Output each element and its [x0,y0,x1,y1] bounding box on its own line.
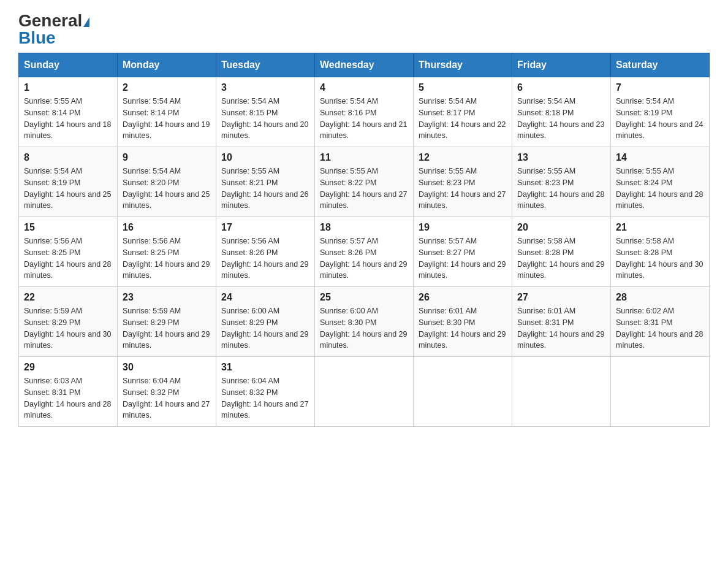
day-number: 16 [123,222,211,233]
calendar-cell: 1 Sunrise: 5:55 AMSunset: 8:14 PMDayligh… [19,77,118,147]
day-info: Sunrise: 5:55 AMSunset: 8:21 PMDaylight:… [221,167,308,210]
calendar-cell: 5 Sunrise: 5:54 AMSunset: 8:17 PMDayligh… [414,77,512,147]
day-number: 27 [517,292,605,303]
calendar-cell: 7 Sunrise: 5:54 AMSunset: 8:19 PMDayligh… [611,77,710,147]
day-number: 19 [419,222,507,233]
logo: General Blue [18,12,89,47]
day-info: Sunrise: 5:54 AMSunset: 8:15 PMDaylight:… [221,97,308,140]
day-number: 1 [24,82,112,93]
calendar-cell: 20 Sunrise: 5:58 AMSunset: 8:28 PMDaylig… [512,217,611,287]
day-number: 17 [221,222,309,233]
day-number: 29 [24,362,112,373]
weekday-header-monday: Monday [118,53,216,77]
day-info: Sunrise: 6:04 AMSunset: 8:32 PMDaylight:… [221,377,308,419]
weekday-header-saturday: Saturday [611,53,710,77]
calendar-cell: 21 Sunrise: 5:58 AMSunset: 8:28 PMDaylig… [611,217,710,287]
day-number: 20 [517,222,605,233]
weekday-header-sunday: Sunday [19,53,118,77]
weekday-header-thursday: Thursday [414,53,512,77]
day-info: Sunrise: 5:54 AMSunset: 8:19 PMDaylight:… [616,97,703,140]
day-number: 6 [517,82,605,93]
calendar-table: SundayMondayTuesdayWednesdayThursdayFrid… [18,53,710,427]
day-info: Sunrise: 6:01 AMSunset: 8:31 PMDaylight:… [517,307,604,350]
calendar-cell: 10 Sunrise: 5:55 AMSunset: 8:21 PMDaylig… [216,147,315,217]
calendar-week-row: 22 Sunrise: 5:59 AMSunset: 8:29 PMDaylig… [19,287,710,357]
day-info: Sunrise: 5:54 AMSunset: 8:19 PMDaylight:… [24,167,111,210]
calendar-cell: 31 Sunrise: 6:04 AMSunset: 8:32 PMDaylig… [216,357,315,427]
calendar-cell: 19 Sunrise: 5:57 AMSunset: 8:27 PMDaylig… [414,217,512,287]
day-info: Sunrise: 6:04 AMSunset: 8:32 PMDaylight:… [123,377,210,419]
day-info: Sunrise: 5:54 AMSunset: 8:18 PMDaylight:… [517,97,604,140]
day-number: 10 [221,152,309,163]
calendar-cell: 18 Sunrise: 5:57 AMSunset: 8:26 PMDaylig… [315,217,414,287]
day-number: 2 [123,82,211,93]
day-number: 31 [221,362,309,373]
day-info: Sunrise: 5:56 AMSunset: 8:25 PMDaylight:… [123,237,210,280]
calendar-cell: 11 Sunrise: 5:55 AMSunset: 8:22 PMDaylig… [315,147,414,217]
day-info: Sunrise: 6:02 AMSunset: 8:31 PMDaylight:… [616,307,703,350]
day-info: Sunrise: 5:59 AMSunset: 8:29 PMDaylight:… [24,307,111,350]
day-info: Sunrise: 5:54 AMSunset: 8:20 PMDaylight:… [123,167,210,210]
weekday-header-row: SundayMondayTuesdayWednesdayThursdayFrid… [19,53,710,77]
day-number: 3 [221,82,309,93]
calendar-week-row: 29 Sunrise: 6:03 AMSunset: 8:31 PMDaylig… [19,357,710,427]
calendar-cell: 13 Sunrise: 5:55 AMSunset: 8:23 PMDaylig… [512,147,611,217]
day-info: Sunrise: 5:56 AMSunset: 8:26 PMDaylight:… [221,237,308,280]
calendar-cell: 12 Sunrise: 5:55 AMSunset: 8:23 PMDaylig… [414,147,512,217]
day-info: Sunrise: 5:55 AMSunset: 8:23 PMDaylight:… [419,167,506,210]
calendar-cell [315,357,414,427]
day-info: Sunrise: 5:54 AMSunset: 8:14 PMDaylight:… [123,97,210,140]
weekday-header-wednesday: Wednesday [315,53,414,77]
day-info: Sunrise: 6:00 AMSunset: 8:29 PMDaylight:… [221,307,308,350]
calendar-cell: 16 Sunrise: 5:56 AMSunset: 8:25 PMDaylig… [118,217,216,287]
calendar-cell: 22 Sunrise: 5:59 AMSunset: 8:29 PMDaylig… [19,287,118,357]
day-number: 30 [123,362,211,373]
day-number: 8 [24,152,112,163]
calendar-cell: 15 Sunrise: 5:56 AMSunset: 8:25 PMDaylig… [19,217,118,287]
day-info: Sunrise: 5:55 AMSunset: 8:22 PMDaylight:… [320,167,407,210]
calendar-cell: 25 Sunrise: 6:00 AMSunset: 8:30 PMDaylig… [315,287,414,357]
day-number: 11 [320,152,408,163]
day-number: 9 [123,152,211,163]
day-number: 12 [419,152,507,163]
day-info: Sunrise: 5:56 AMSunset: 8:25 PMDaylight:… [24,237,111,280]
calendar-cell [611,357,710,427]
calendar-cell: 4 Sunrise: 5:54 AMSunset: 8:16 PMDayligh… [315,77,414,147]
day-number: 5 [419,82,507,93]
day-number: 21 [616,222,704,233]
calendar-cell: 26 Sunrise: 6:01 AMSunset: 8:30 PMDaylig… [414,287,512,357]
day-number: 14 [616,152,704,163]
calendar-cell: 28 Sunrise: 6:02 AMSunset: 8:31 PMDaylig… [611,287,710,357]
calendar-week-row: 1 Sunrise: 5:55 AMSunset: 8:14 PMDayligh… [19,77,710,147]
calendar-cell: 23 Sunrise: 5:59 AMSunset: 8:29 PMDaylig… [118,287,216,357]
day-number: 25 [320,292,408,303]
day-number: 4 [320,82,408,93]
day-info: Sunrise: 6:01 AMSunset: 8:30 PMDaylight:… [419,307,506,350]
day-info: Sunrise: 6:03 AMSunset: 8:31 PMDaylight:… [24,377,111,419]
day-info: Sunrise: 5:55 AMSunset: 8:14 PMDaylight:… [24,97,111,140]
day-number: 26 [419,292,507,303]
calendar-week-row: 8 Sunrise: 5:54 AMSunset: 8:19 PMDayligh… [19,147,710,217]
weekday-header-friday: Friday [512,53,611,77]
day-number: 15 [24,222,112,233]
calendar-cell [414,357,512,427]
day-number: 23 [123,292,211,303]
calendar-cell: 2 Sunrise: 5:54 AMSunset: 8:14 PMDayligh… [118,77,216,147]
day-info: Sunrise: 5:55 AMSunset: 8:23 PMDaylight:… [517,167,604,210]
calendar-cell: 27 Sunrise: 6:01 AMSunset: 8:31 PMDaylig… [512,287,611,357]
day-info: Sunrise: 5:57 AMSunset: 8:26 PMDaylight:… [320,237,407,280]
logo-triangle-icon [83,17,89,27]
day-info: Sunrise: 5:55 AMSunset: 8:24 PMDaylight:… [616,167,703,210]
calendar-cell: 6 Sunrise: 5:54 AMSunset: 8:18 PMDayligh… [512,77,611,147]
calendar-cell: 17 Sunrise: 5:56 AMSunset: 8:26 PMDaylig… [216,217,315,287]
calendar-cell [512,357,611,427]
calendar-cell: 9 Sunrise: 5:54 AMSunset: 8:20 PMDayligh… [118,147,216,217]
logo-blue-text: Blue [18,29,56,47]
day-number: 24 [221,292,309,303]
day-number: 7 [616,82,704,93]
day-info: Sunrise: 5:57 AMSunset: 8:27 PMDaylight:… [419,237,506,280]
day-info: Sunrise: 6:00 AMSunset: 8:30 PMDaylight:… [320,307,407,350]
calendar-cell: 3 Sunrise: 5:54 AMSunset: 8:15 PMDayligh… [216,77,315,147]
calendar-cell: 14 Sunrise: 5:55 AMSunset: 8:24 PMDaylig… [611,147,710,217]
page-header: General Blue [18,12,710,47]
